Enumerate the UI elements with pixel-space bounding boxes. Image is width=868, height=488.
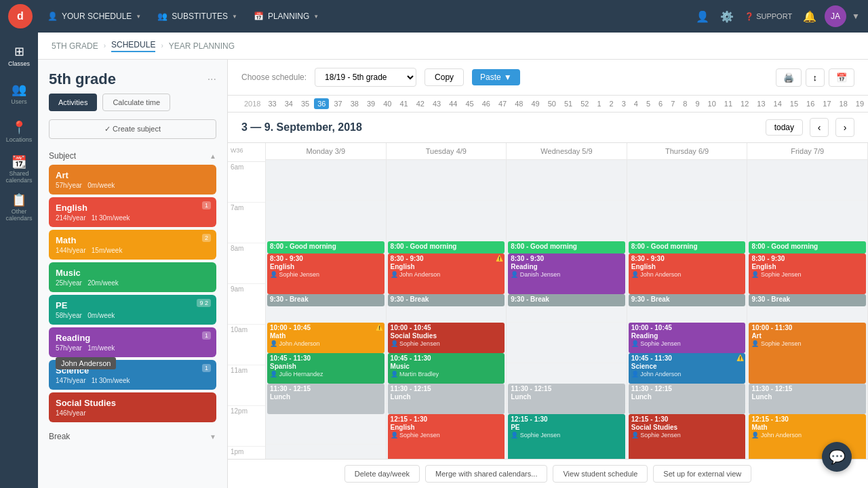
week-6[interactable]: 6: [655, 98, 666, 109]
week-41[interactable]: 41: [396, 98, 411, 109]
week-2[interactable]: 2: [606, 98, 617, 109]
event-mon-gm[interactable]: 8:00 - Good morning: [267, 241, 384, 253]
nav-substitutes[interactable]: 👥 SUBSTITUTES ▼: [151, 7, 244, 25]
week-38[interactable]: 38: [347, 98, 362, 109]
week-15[interactable]: 15: [787, 98, 802, 109]
month-view-button[interactable]: 📅: [829, 68, 854, 87]
title-menu-icon[interactable]: ···: [208, 73, 216, 85]
subject-section-header[interactable]: Subject ▲: [49, 147, 216, 165]
subject-card-english[interactable]: English 214h/year 1t 30m/week 1: [49, 197, 216, 227]
event-thu-gm[interactable]: 8:00 - Good morning: [629, 241, 746, 253]
week-51[interactable]: 51: [561, 98, 576, 109]
event-mon-eng[interactable]: 8:30 - 9:30English👤 Sophie Jensen: [267, 253, 384, 294]
event-mon-math[interactable]: 10:00 - 10:45Math👤 John Anderson⚠️: [267, 323, 384, 353]
view-student-schedule-button[interactable]: View student schedule: [553, 465, 648, 483]
week-42[interactable]: 42: [413, 98, 428, 109]
event-wed-read[interactable]: 8:30 - 9:30Reading👤 Danish Jensen: [508, 253, 625, 294]
user-avatar[interactable]: JA: [825, 5, 846, 27]
sidebar-item-shared-calendars[interactable]: 📆 Shared calendars: [3, 152, 35, 187]
nav-your-schedule[interactable]: 👤 YOUR SCHEDULE ▼: [41, 7, 148, 25]
event-wed-gm[interactable]: 8:00 - Good morning: [508, 241, 625, 253]
week-33[interactable]: 33: [264, 98, 279, 109]
week-13[interactable]: 13: [753, 98, 768, 109]
breadcrumb-year-planning[interactable]: YEAR PLANNING: [169, 41, 235, 51]
event-fri-brk[interactable]: 9:30 - Break: [749, 294, 866, 306]
today-button[interactable]: today: [766, 119, 803, 136]
person-icon[interactable]: 👤: [693, 7, 712, 26]
week-12[interactable]: 12: [737, 98, 752, 109]
subject-card-reading[interactable]: Reading 57h/year 1m/week 1 John Anderson: [49, 327, 216, 357]
event-tue-engpm[interactable]: 12:15 - 1:30English👤 Sophie Jensen: [388, 414, 505, 459]
event-thu-lunch[interactable]: 11:30 - 12:15Lunch: [629, 384, 746, 414]
copy-button[interactable]: Copy: [425, 68, 464, 86]
subject-card-social-studies[interactable]: Social Studies 146h/year: [49, 392, 216, 422]
week-50[interactable]: 50: [545, 98, 559, 109]
breadcrumb-5th-grade[interactable]: 5TH GRADE: [52, 41, 98, 51]
settings-icon[interactable]: ⚙️: [717, 7, 736, 26]
subject-card-music[interactable]: Music 25h/year 20m/week: [49, 262, 216, 292]
week-18[interactable]: 18: [836, 98, 851, 109]
sidebar-item-users[interactable]: 👥 Users: [3, 76, 35, 111]
event-thu-read[interactable]: 10:00 - 10:45Reading👤 Sophie Jensen: [629, 323, 746, 353]
week-52[interactable]: 52: [577, 98, 592, 109]
event-tue-mus[interactable]: 10:45 - 11:30Music👤 Martin Bradley: [388, 353, 505, 384]
week-43[interactable]: 43: [429, 98, 444, 109]
week-45[interactable]: 45: [462, 98, 477, 109]
paste-button[interactable]: Paste ▼: [472, 69, 520, 85]
delete-day-week-button[interactable]: Delete day/week: [344, 465, 420, 483]
week-47[interactable]: 47: [495, 98, 510, 109]
week-10[interactable]: 10: [705, 98, 719, 109]
sidebar-item-classes[interactable]: ⊞ Classes: [3, 38, 35, 73]
event-thu-ss[interactable]: 12:15 - 1:30Social Studies👤 Sophie Jense…: [629, 414, 746, 459]
event-wed-lunch[interactable]: 11:30 - 12:15Lunch: [508, 384, 625, 414]
week-11[interactable]: 11: [721, 98, 736, 109]
activities-button[interactable]: Activities: [49, 94, 97, 111]
subject-card-pe[interactable]: PE 58h/year 0m/week 9 2: [49, 295, 216, 325]
event-fri-eng8[interactable]: 8:30 - 9:30English👤 Sophie Jensen: [749, 253, 866, 294]
week-44[interactable]: 44: [446, 98, 460, 109]
week-46[interactable]: 46: [479, 98, 494, 109]
event-fri-lunch[interactable]: 11:30 - 12:15Lunch: [749, 384, 866, 414]
breadcrumb-schedule[interactable]: SCHEDULE: [111, 40, 155, 52]
week-14[interactable]: 14: [770, 98, 785, 109]
print-button[interactable]: 🖨️: [776, 68, 802, 87]
event-mon-spa[interactable]: 10:45 - 11:30Spanish👤 Julio Hernandez: [267, 353, 384, 384]
merge-calendars-button[interactable]: Merge with shared calendars...: [425, 465, 547, 483]
event-fri-gm[interactable]: 8:00 - Good morning: [749, 241, 866, 253]
week-17[interactable]: 17: [819, 98, 834, 109]
setup-external-view-button[interactable]: Set up for external view: [653, 465, 751, 483]
event-mon-lunch[interactable]: 11:30 - 12:15Lunch: [267, 384, 384, 414]
subject-card-math[interactable]: Math 144h/year 15m/week 2: [49, 230, 216, 260]
week-49[interactable]: 49: [528, 98, 542, 109]
schedule-select[interactable]: 18/19 - 5th grade: [315, 68, 416, 87]
week-48[interactable]: 48: [511, 98, 526, 109]
chat-bubble[interactable]: 💬: [822, 442, 852, 472]
week-4[interactable]: 4: [631, 98, 642, 109]
event-tue-lunch[interactable]: 11:30 - 12:15Lunch: [388, 384, 505, 414]
event-tue-brk[interactable]: 9:30 - Break: [388, 294, 505, 306]
event-wed-pe[interactable]: 12:15 - 1:30PE👤 Sophie Jensen: [508, 414, 625, 459]
event-thu-eng[interactable]: 8:30 - 9:30English👤 John Anderson: [629, 253, 746, 294]
layout-button[interactable]: ↕️: [806, 68, 825, 87]
event-thu-brk[interactable]: 9:30 - Break: [629, 294, 746, 306]
event-tue-eng[interactable]: 8:30 - 9:30English👤 John Anderson⚠️: [388, 253, 505, 294]
week-35[interactable]: 35: [298, 98, 313, 109]
week-40[interactable]: 40: [380, 98, 395, 109]
week-3[interactable]: 3: [618, 98, 629, 109]
subject-card-art[interactable]: Art 57h/year 0m/week: [49, 165, 216, 195]
week-39[interactable]: 39: [363, 98, 378, 109]
week-34[interactable]: 34: [281, 98, 296, 109]
week-36[interactable]: 36: [314, 98, 329, 109]
week-8[interactable]: 8: [679, 98, 690, 109]
sidebar-item-locations[interactable]: 📍 Locations: [3, 114, 35, 149]
nav-planning[interactable]: 📅 PLANNING ▼: [247, 7, 326, 25]
avatar-caret-icon[interactable]: ▼: [852, 12, 860, 21]
week-9[interactable]: 9: [692, 98, 703, 109]
week-7[interactable]: 7: [667, 98, 678, 109]
bell-icon[interactable]: 🔔: [800, 7, 819, 26]
prev-week-button[interactable]: ‹: [810, 118, 829, 137]
sidebar-item-other-calendars[interactable]: 📋 Other calendars: [3, 190, 35, 225]
support-label[interactable]: ❓ SUPPORT: [742, 9, 795, 24]
event-fri-art[interactable]: 10:00 - 11:30Art👤 Sophie Jensen: [749, 323, 866, 384]
week-16[interactable]: 16: [803, 98, 818, 109]
